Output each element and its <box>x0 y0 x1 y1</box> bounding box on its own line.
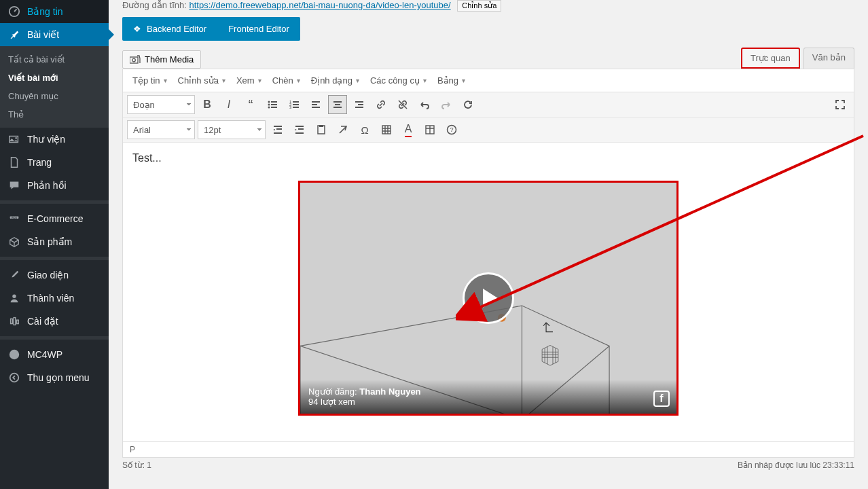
facebook-video-embed[interactable]: Người đăng: Thanh Nguyen 94 lượt xem f <box>298 181 679 416</box>
sidebar-item-thư-viện[interactable]: Thư viện <box>0 128 109 151</box>
svg-rect-28 <box>333 101 342 103</box>
sidebar-item-sản-phẩm[interactable]: Sản phẩm <box>0 230 109 253</box>
font-size-select[interactable]: 12pt <box>198 120 266 139</box>
tab-text[interactable]: Văn bản <box>803 48 854 69</box>
undo-button[interactable] <box>415 95 434 114</box>
toolbar-row-2: Arial 12pt Ω A ? <box>123 117 854 143</box>
svg-rect-26 <box>312 104 317 105</box>
menu-chèn[interactable]: Chèn <box>268 73 304 88</box>
sidebar-item-phản-hồi[interactable]: Phản hồi <box>0 174 109 197</box>
menu-bảng[interactable]: Bảng <box>433 73 469 88</box>
tab-visual[interactable]: Trực quan <box>741 48 800 69</box>
svg-rect-37 <box>295 126 304 127</box>
refresh-button[interactable] <box>458 95 477 114</box>
frontend-editor-button[interactable]: Frontend Editor <box>217 17 300 41</box>
paste-button[interactable] <box>312 120 331 139</box>
bullet-list-button[interactable] <box>263 95 282 114</box>
settings-icon <box>8 315 22 327</box>
main-content: Đường dẫn tĩnh: https://demo.freewebapp.… <box>109 0 868 473</box>
video-views: 94 lượt xem <box>308 397 668 407</box>
sidebar-label: Thư viện <box>27 134 65 145</box>
svg-rect-18 <box>271 107 277 108</box>
sidebar-item-mc4wp[interactable]: MC4WP <box>0 343 109 366</box>
tinymce-editor: Tệp tinChỉnh sửaXemChènĐịnh dạngCác công… <box>122 69 854 458</box>
word-count-label: Số từ: <box>122 460 145 470</box>
comment-icon <box>8 179 22 192</box>
video-thumbnail: Người đăng: Thanh Nguyen 94 lượt xem f <box>300 183 676 414</box>
clear-format-button[interactable] <box>333 120 352 139</box>
font-family-select[interactable]: Arial <box>127 120 195 139</box>
play-icon[interactable] <box>463 272 514 324</box>
table2-button[interactable] <box>420 120 439 139</box>
sidebar-item-thu-gọn-menu[interactable]: Thu gọn menu <box>0 366 109 389</box>
sidebar-label: Thành viên <box>27 293 74 304</box>
outdent-button[interactable] <box>268 120 287 139</box>
cart-icon: woo <box>8 213 22 225</box>
sidebar-sub-viết-bài-mới[interactable]: Viết bài mới <box>0 69 109 87</box>
sidebar-sub-chuyên-mục[interactable]: Chuyên mục <box>0 87 109 105</box>
sidebar-item-giao-diện[interactable]: Giao diện <box>0 264 109 287</box>
menu-xem[interactable]: Xem <box>232 73 266 88</box>
paragraph-format-select[interactable]: Đoạn <box>127 95 195 114</box>
svg-rect-33 <box>355 107 363 108</box>
backend-editor-button[interactable]: ❖ Backend Editor <box>122 17 217 41</box>
text-color-button[interactable]: A <box>399 120 418 139</box>
sidebar-item-bảng-tin[interactable]: Bảng tin <box>0 0 109 23</box>
box-icon <box>8 236 22 248</box>
sidebar-label: Thu gọn menu <box>27 372 90 383</box>
redo-button[interactable] <box>437 95 456 114</box>
menu-các-công-cụ[interactable]: Các công cụ <box>366 73 431 88</box>
align-center-button[interactable] <box>328 95 347 114</box>
facebook-icon: f <box>653 391 670 407</box>
blockquote-button[interactable]: “ <box>241 95 260 114</box>
svg-point-9 <box>10 350 19 359</box>
svg-point-17 <box>268 107 270 109</box>
fullscreen-button[interactable] <box>831 95 850 114</box>
svg-rect-31 <box>355 101 363 103</box>
sidebar-item-thành-viên[interactable]: Thành viên <box>0 287 109 310</box>
sidebar-label: Phản hồi <box>27 180 67 191</box>
sidebar-item-e-commerce[interactable]: wooE-Commerce <box>0 207 109 230</box>
svg-rect-8 <box>17 320 19 323</box>
svg-rect-32 <box>358 104 363 105</box>
svg-point-15 <box>268 104 270 106</box>
align-right-button[interactable] <box>350 95 369 114</box>
svg-point-2 <box>15 137 17 139</box>
link-button[interactable] <box>372 95 391 114</box>
special-char-button[interactable]: Ω <box>355 120 374 139</box>
editor-statusbar: P <box>123 441 854 457</box>
svg-point-10 <box>10 374 19 382</box>
content-text: Test... <box>132 152 844 164</box>
svg-rect-6 <box>11 319 13 323</box>
svg-rect-14 <box>271 101 277 103</box>
menu-định-dạng[interactable]: Định dạng <box>307 73 363 88</box>
sidebar-label: Cài đặt <box>27 316 58 327</box>
bold-button[interactable]: B <box>198 95 217 114</box>
poster-label: Người đăng: <box>308 386 357 397</box>
editor-content[interactable]: Test... <box>123 143 854 441</box>
number-list-button[interactable]: 123 <box>285 95 304 114</box>
wp-bakery-icon: ❖ <box>133 24 141 34</box>
sidebar-item-cài-đặt[interactable]: Cài đặt <box>0 310 109 333</box>
svg-rect-20 <box>293 101 299 103</box>
permalink-edit-button[interactable]: Chỉnh sửa <box>457 0 501 12</box>
sidebar-label: Bài viết <box>27 29 59 40</box>
sidebar-item-bài-viết[interactable]: Bài viết <box>0 23 109 46</box>
svg-rect-29 <box>335 104 340 105</box>
help-button[interactable]: ? <box>442 120 461 139</box>
indent-button[interactable] <box>290 120 309 139</box>
page-icon <box>8 156 22 168</box>
unlink-button[interactable] <box>393 95 412 114</box>
add-media-button[interactable]: Thêm Media <box>122 50 201 69</box>
sidebar-item-trang[interactable]: Trang <box>0 151 109 174</box>
table-button[interactable] <box>377 120 396 139</box>
italic-button[interactable]: I <box>219 95 238 114</box>
sidebar-sub-thẻ[interactable]: Thẻ <box>0 105 109 124</box>
align-left-button[interactable] <box>306 95 325 114</box>
menu-chỉnh-sửa[interactable]: Chỉnh sửa <box>174 73 230 88</box>
collapse-icon <box>8 372 22 384</box>
permalink-url[interactable]: https://demo.freewebapp.net/bai-mau-nuon… <box>189 0 450 10</box>
sidebar-sub-tất-cả-bài-viết[interactable]: Tất cả bài viết <box>0 50 109 69</box>
svg-rect-25 <box>312 101 320 103</box>
menu-tệp-tin[interactable]: Tệp tin <box>128 73 171 88</box>
